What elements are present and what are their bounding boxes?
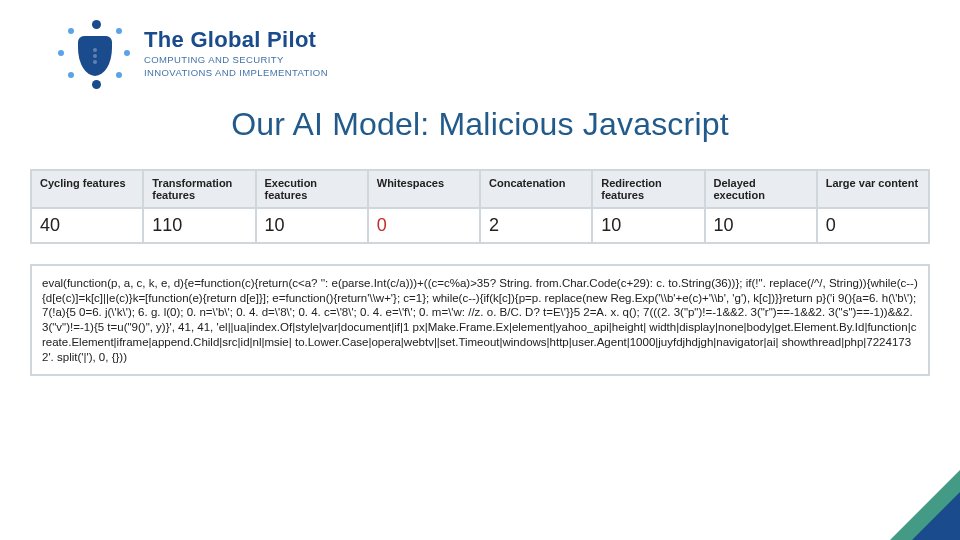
brand-subtitle-2: INNOVATIONS AND IMPLEMENTATION	[144, 68, 328, 79]
features-table: Cycling features Transformation features…	[30, 169, 930, 244]
code-block: eval(function(p, a, c, k, e, d){e=functi…	[30, 264, 930, 376]
col-header: Cycling features	[31, 170, 143, 208]
brand-title: The Global Pilot	[144, 27, 328, 52]
cell: 0	[817, 208, 929, 243]
col-header: Delayed execution	[705, 170, 817, 208]
cell: 0	[368, 208, 480, 243]
col-header: Concatenation	[480, 170, 592, 208]
cell: 2	[480, 208, 592, 243]
brand-logo: The Global Pilot COMPUTING AND SECURITY …	[60, 18, 328, 88]
brand-subtitle-1: COMPUTING AND SECURITY	[144, 55, 328, 66]
cell: 10	[592, 208, 704, 243]
cell: 40	[31, 208, 143, 243]
table-row: 40 110 10 0 2 10 10 0	[31, 208, 929, 243]
col-header: Redirection features	[592, 170, 704, 208]
cell: 10	[256, 208, 368, 243]
col-header: Execution features	[256, 170, 368, 208]
cell: 110	[143, 208, 255, 243]
corner-accent-icon	[912, 492, 960, 540]
page-title: Our AI Model: Malicious Javascript	[30, 106, 930, 143]
table-header-row: Cycling features Transformation features…	[31, 170, 929, 208]
col-header: Transformation features	[143, 170, 255, 208]
col-header: Whitespaces	[368, 170, 480, 208]
code-text: eval(function(p, a, c, k, e, d){e=functi…	[42, 276, 918, 364]
cell: 10	[705, 208, 817, 243]
col-header: Large var content	[817, 170, 929, 208]
shield-icon	[60, 18, 130, 88]
